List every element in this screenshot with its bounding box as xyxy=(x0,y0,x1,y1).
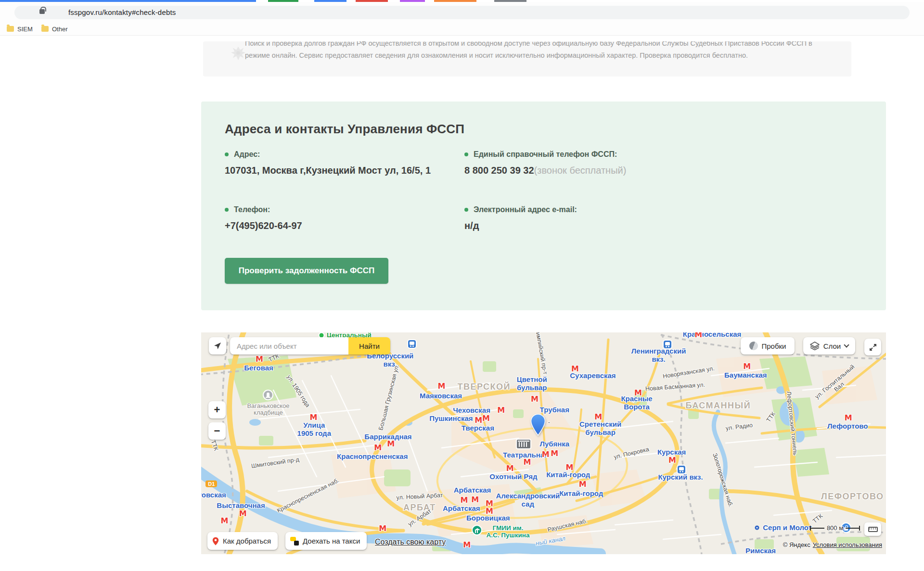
map-label: ул. 1905 года xyxy=(285,374,311,408)
map-label: БАСМАННЫЙ xyxy=(686,401,751,410)
map-label: Маяковская xyxy=(420,392,462,400)
map-label: Охотный Ряд xyxy=(489,473,537,481)
m-icon: М xyxy=(566,463,574,472)
taxi-icon xyxy=(290,537,299,546)
m-icon: М xyxy=(571,365,579,373)
map-label: Тверская xyxy=(462,424,494,432)
map-label: Улица 1905 года xyxy=(297,421,331,438)
m-icon: М xyxy=(542,450,550,459)
map-label: ТТК xyxy=(765,411,777,424)
d1-badge: D1 xyxy=(205,481,217,487)
map-canvas[interactable]: БеговаяБелорусский вкз.МаяковскаяЧеховск… xyxy=(201,332,886,554)
fullscreen-icon xyxy=(869,343,877,351)
route-button[interactable]: Как добраться xyxy=(207,532,278,550)
m-icon: М xyxy=(482,414,490,423)
m-icon: М xyxy=(551,449,558,458)
taxi-button[interactable]: Доехать на такси xyxy=(285,532,367,550)
map-label: Баррикадная xyxy=(364,433,411,441)
map-label: Чеховская xyxy=(453,406,490,414)
map-label: Белорусский вкз. xyxy=(367,352,413,368)
page-title: Адреса и контакты Управления ФССП xyxy=(225,122,464,137)
layers-icon xyxy=(810,342,820,350)
fullscreen-button[interactable] xyxy=(864,339,881,355)
map-label: ТТК xyxy=(811,513,824,525)
map-label: Олимпийский пр-т xyxy=(533,332,549,375)
map-label: Лефортовский тоннель xyxy=(785,391,799,456)
m-icon: М xyxy=(471,495,479,504)
map-label: Китай-город xyxy=(559,490,603,498)
bookmark-folder-other[interactable]: Other xyxy=(41,25,68,33)
pin-icon xyxy=(212,537,219,546)
m-icon: М xyxy=(523,458,531,467)
zoom-in-button[interactable]: + xyxy=(208,401,226,419)
map-label: Ленинградский вкз. xyxy=(631,347,686,364)
map-search-button[interactable]: Найти xyxy=(348,337,390,355)
map-search-box: Найти xyxy=(230,337,390,355)
field-phone: Телефон: +7(495)620-64-97 xyxy=(225,205,456,231)
m-icon: М xyxy=(668,457,676,465)
layers-button[interactable]: Слои xyxy=(803,337,855,355)
zoom-out-button[interactable]: − xyxy=(208,422,226,440)
folder-icon xyxy=(7,26,14,32)
map-label: Краснопресненская xyxy=(337,453,408,461)
field-note: (звонок бесплатный) xyxy=(534,165,627,176)
lock-icon[interactable] xyxy=(39,9,45,14)
map-label: Большая Грузинская ул. xyxy=(377,364,400,431)
map-search-input[interactable] xyxy=(230,337,348,355)
notice-text: Поиск и проверка долгов граждан РФ осуще… xyxy=(245,41,839,62)
m-icon: М xyxy=(438,382,446,391)
m-icon: М xyxy=(486,507,493,516)
m-icon: М xyxy=(239,509,247,518)
map-label: Александровский сад xyxy=(496,492,560,508)
geolocate-icon xyxy=(213,342,222,350)
m-icon: М xyxy=(309,414,317,422)
map-label: Красносельская xyxy=(683,332,741,338)
map-label: Арбатская xyxy=(454,486,491,495)
check-debts-button[interactable]: Проверить задолженность ФССП xyxy=(225,258,388,284)
traffic-light-icon xyxy=(749,342,758,350)
m-icon: М xyxy=(374,444,382,452)
map-label: ул. Покровка xyxy=(613,446,650,460)
cemetery-icon xyxy=(263,390,273,400)
train-icon xyxy=(678,466,685,473)
m-icon: М xyxy=(379,524,386,533)
traffic-button[interactable]: Пробки xyxy=(741,337,795,355)
scale-label: 800 м xyxy=(824,524,846,532)
map-label: Римская xyxy=(745,547,776,554)
chevron-down-icon xyxy=(844,342,849,347)
url-text[interactable]: fsspgov.ru/kontakty#check-debts xyxy=(68,8,176,16)
geolocate-button[interactable] xyxy=(209,337,226,355)
address-bar[interactable]: fsspgov.ru/kontakty#check-debts xyxy=(14,6,910,19)
map-label: АРБАТ xyxy=(403,503,436,512)
map-label: ный канал xyxy=(535,535,566,547)
map-label: ул. Госпитальный Вал xyxy=(813,363,860,405)
m-icon: М xyxy=(694,332,702,339)
m-icon: М xyxy=(475,416,482,425)
create-map-link[interactable]: Создать свою карту xyxy=(375,538,446,546)
folder-icon xyxy=(41,26,49,32)
notice-line-2: режиме онлайн. Сервис предоставляет свед… xyxy=(245,50,839,62)
m-icon: М xyxy=(220,517,228,525)
terms-link[interactable]: Условия использования xyxy=(813,541,882,548)
map-label: Серп и Молот xyxy=(763,523,812,532)
m-icon: М xyxy=(463,541,471,549)
bookmark-label: Other xyxy=(52,25,68,33)
field-label: Электронный адрес e-mail: xyxy=(464,205,695,214)
notice-line-1: Поиск и проверка долгов граждан РФ осуще… xyxy=(245,41,839,50)
map-label: Новая Басманная ул. xyxy=(645,381,705,393)
bookmark-folder-siem[interactable]: SIEM xyxy=(7,25,33,33)
bullet-icon xyxy=(464,152,468,156)
ruler-button[interactable] xyxy=(864,522,881,536)
map-scale: 800 м xyxy=(810,524,860,532)
map-label: Шмитовский пр-д xyxy=(251,456,299,469)
map-label: Боровицкая xyxy=(466,514,510,522)
field-label: Единый справочный телефон ФССП: xyxy=(464,150,695,159)
map-label: ул. Арбат xyxy=(407,508,433,528)
screen: fsspgov.ru/kontakty#check-debts SIEM Oth… xyxy=(0,0,924,571)
map-label: ул. Новый Арбат xyxy=(396,492,443,501)
bullet-icon xyxy=(225,152,229,156)
m-icon: М xyxy=(256,355,263,364)
m-icon: М xyxy=(497,406,505,415)
map-label: ЛЕФОРТОВО xyxy=(821,492,884,501)
copyright-text: © Яндекс xyxy=(783,541,810,548)
